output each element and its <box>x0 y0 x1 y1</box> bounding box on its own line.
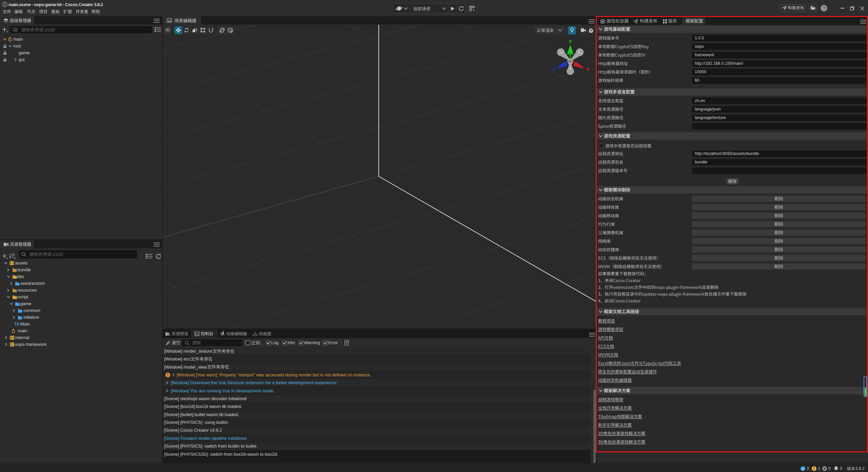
svg-text:X: X <box>586 66 589 72</box>
svg-text:i: i <box>803 467 804 471</box>
svg-text:?: ? <box>823 6 825 11</box>
svg-text:Z: Z <box>553 66 556 72</box>
svg-text:Y: Y <box>569 39 572 44</box>
